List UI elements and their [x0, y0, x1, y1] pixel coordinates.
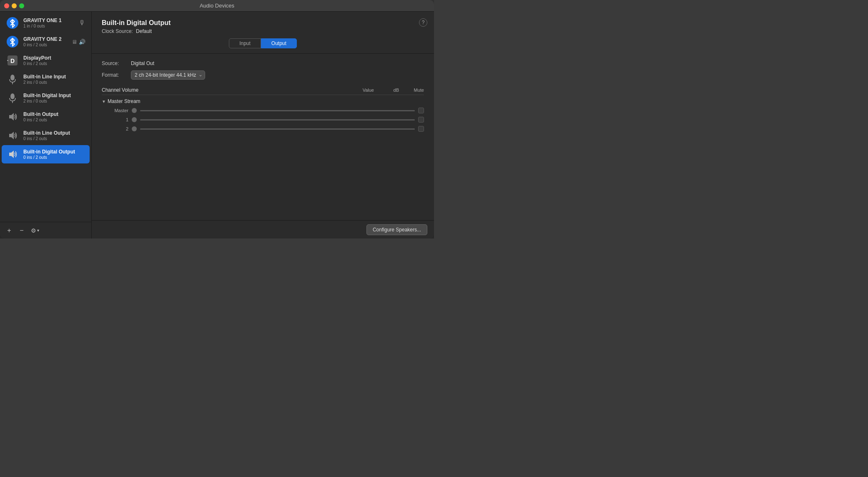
content-area: GRAVITY ONE 1 1 in / 0 outs 🎙	[0, 12, 434, 238]
titlebar: Audio Devices	[0, 0, 434, 12]
collapse-triangle-icon: ▼	[102, 99, 106, 104]
device-name-2: GRAVITY ONE 2	[23, 36, 62, 42]
device-sub-2: 0 ins / 2 outs	[23, 43, 62, 47]
device-name: GRAVITY ONE 1	[23, 18, 62, 23]
channel-row-master: Master	[102, 106, 424, 115]
device-sub-5: 2 ins / 0 outs	[23, 99, 71, 103]
sidebar-item-info-7: Built-in Line Output 0 ins / 2 outs	[23, 130, 70, 141]
source-value: Digital Out	[131, 60, 154, 66]
help-button[interactable]: ?	[419, 18, 427, 27]
slider-handle-1[interactable]	[132, 117, 137, 122]
slider-track-master[interactable]	[140, 110, 415, 111]
format-row: Format: 2 ch 24-bit Integer 44.1 kHz	[102, 70, 424, 80]
bluetooth-icon-2	[6, 35, 19, 48]
device-extras-2: 🖥 🔊	[72, 39, 85, 45]
mic-icon-digital	[6, 91, 19, 105]
speaker-icon-extra: 🔊	[79, 39, 85, 45]
source-row: Source: Digital Out	[102, 60, 424, 66]
main-body: Source: Digital Out Format: 2 ch 24-bit …	[92, 54, 434, 220]
sidebar-item-info-4: Built-in Line Input 2 ins / 0 outs	[23, 74, 66, 85]
device-sub-7: 0 ins / 2 outs	[23, 136, 70, 141]
tab-output[interactable]: Output	[261, 38, 297, 48]
displayport-icon: D	[6, 54, 19, 67]
sidebar-bottom: + − ⚙ ▾	[0, 222, 91, 238]
sidebar-item-info-6: Built-in Output 0 ins / 2 outs	[23, 111, 58, 122]
sidebar-item-info: GRAVITY ONE 1 1 in / 0 outs	[23, 18, 62, 28]
device-sub-4: 2 ins / 0 outs	[23, 80, 66, 85]
maximize-button[interactable]	[19, 3, 24, 8]
device-name-6: Built-in Output	[23, 111, 58, 117]
sidebar-item-info-5: Built-in Digital Input 2 ins / 0 outs	[23, 93, 71, 103]
sidebar-item-displayport[interactable]: D DisplayPort 0 ins / 2 outs	[2, 51, 90, 70]
main-header: Built-in Digital Output Clock Source: De…	[92, 12, 434, 54]
mute-checkbox-1[interactable]	[418, 117, 424, 123]
traffic-lights	[4, 3, 24, 8]
master-stream-header[interactable]: ▼ Master Stream	[102, 97, 424, 106]
channel-volume-section: Channel Volume Value dB Mute ▼ Master St…	[102, 87, 424, 213]
slider-handle-2[interactable]	[132, 126, 137, 131]
master-stream-label: Master Stream	[108, 98, 140, 104]
gear-chevron-icon: ▾	[37, 228, 39, 233]
device-sub: 1 in / 0 outs	[23, 24, 62, 28]
svg-point-7	[10, 93, 15, 99]
sidebar-item-info-2: GRAVITY ONE 2 0 ins / 2 outs	[23, 36, 62, 47]
svg-point-5	[10, 75, 15, 80]
mute-checkbox-2[interactable]	[418, 126, 424, 132]
tab-input[interactable]: Input	[229, 38, 261, 48]
speaker-icon-output	[6, 110, 19, 123]
speaker-icon-digital-output	[6, 148, 19, 161]
window: Audio Devices GRAVITY ONE 1 1 in / 0 out…	[0, 0, 434, 238]
sidebar-item-builtin-output[interactable]: Built-in Output 0 ins / 2 outs	[2, 108, 90, 126]
channel-volume-header: Channel Volume Value dB Mute	[102, 87, 424, 95]
gear-menu-button[interactable]: ⚙ ▾	[29, 226, 41, 235]
slider-track-1[interactable]	[140, 119, 415, 121]
cv-col-mute: Mute	[399, 88, 424, 93]
format-select[interactable]: 2 ch 24-bit Integer 44.1 kHz	[131, 70, 205, 80]
sidebar-item-info-8: Built-in Digital Output 0 ins / 2 outs	[23, 149, 75, 160]
mic-icon-line	[6, 73, 19, 86]
speaker-icon-line-output	[6, 129, 19, 142]
device-title: Built-in Digital Output	[102, 19, 424, 27]
bluetooth-icon	[6, 16, 19, 30]
main-footer: Configure Speakers...	[92, 220, 434, 238]
format-label: Format:	[102, 72, 131, 78]
minimize-button[interactable]	[12, 3, 17, 8]
device-name-8: Built-in Digital Output	[23, 149, 75, 155]
device-name-7: Built-in Line Output	[23, 130, 70, 136]
channel-label-master: Master	[110, 108, 128, 113]
close-button[interactable]	[4, 3, 9, 8]
sidebar-item-gravity-one-2[interactable]: GRAVITY ONE 2 0 ins / 2 outs 🖥 🔊	[2, 33, 90, 51]
device-name-5: Built-in Digital Input	[23, 93, 71, 98]
sidebar-item-builtin-line-input[interactable]: Built-in Line Input 2 ins / 0 outs	[2, 70, 90, 88]
screen-icon: 🖥	[72, 39, 77, 45]
gear-icon: ⚙	[31, 227, 36, 234]
window-title: Audio Devices	[200, 3, 234, 9]
main-panel: Built-in Digital Output Clock Source: De…	[92, 12, 434, 238]
format-select-wrapper: 2 ch 24-bit Integer 44.1 kHz	[131, 70, 205, 80]
sidebar-item-gravity-one-1[interactable]: GRAVITY ONE 1 1 in / 0 outs 🎙	[2, 14, 90, 32]
sidebar-item-builtin-line-output[interactable]: Built-in Line Output 0 ins / 2 outs	[2, 126, 90, 145]
clock-source-value: Default	[136, 28, 152, 34]
mute-checkbox-master[interactable]	[418, 108, 424, 113]
slider-track-2[interactable]	[140, 128, 415, 130]
remove-device-button[interactable]: −	[17, 226, 27, 236]
sidebar-item-builtin-digital-input[interactable]: Built-in Digital Input 2 ins / 0 outs	[2, 89, 90, 107]
channel-volume-title: Channel Volume	[102, 87, 349, 93]
sidebar-item-builtin-digital-output[interactable]: Built-in Digital Output 0 ins / 2 outs	[2, 145, 90, 163]
cv-col-db: dB	[374, 88, 399, 93]
clock-source-row: Clock Source: Default	[102, 28, 424, 34]
slider-handle-master[interactable]	[132, 108, 137, 113]
tab-bar: Input Output	[102, 34, 424, 48]
device-sub-3: 0 ins / 2 outs	[23, 61, 51, 66]
sidebar: GRAVITY ONE 1 1 in / 0 outs 🎙	[0, 12, 92, 238]
add-device-button[interactable]: +	[4, 226, 14, 236]
channel-row-1: 1	[102, 115, 424, 124]
cv-col-value: Value	[349, 88, 374, 93]
source-label: Source:	[102, 60, 131, 66]
sidebar-item-info-3: DisplayPort 0 ins / 2 outs	[23, 55, 51, 66]
svg-rect-4	[7, 60, 8, 61]
channel-label-2: 2	[110, 126, 128, 131]
configure-speakers-button[interactable]: Configure Speakers...	[366, 224, 427, 235]
mic-icon: 🎙	[79, 19, 85, 27]
channel-label-1: 1	[110, 117, 128, 122]
